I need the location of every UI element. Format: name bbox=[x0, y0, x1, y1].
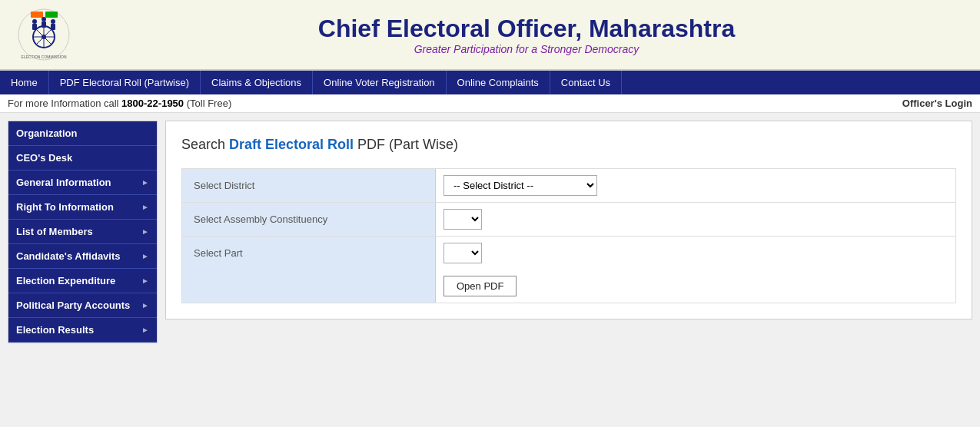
eci-logo: ELECTION COMMISSION bbox=[15, 8, 73, 61]
nav-contact[interactable]: Contact Us bbox=[550, 71, 622, 94]
district-row: Select District -- Select District -- bbox=[181, 168, 956, 203]
page-header: ELECTION COMMISSION Chief Electoral Offi… bbox=[0, 0, 980, 71]
part-label: Select Part bbox=[182, 237, 436, 270]
sidebar-label-organization: Organization bbox=[16, 127, 77, 139]
assembly-select[interactable] bbox=[443, 209, 482, 230]
assembly-input-cell bbox=[436, 203, 955, 236]
main-title: Chief Electoral Officer, Maharashtra bbox=[88, 15, 965, 43]
assembly-row: Select Assembly Constituency bbox=[181, 202, 956, 237]
svg-rect-7 bbox=[31, 12, 43, 18]
nav-claims[interactable]: Claims & Objections bbox=[201, 71, 313, 94]
action-cell: Open PDF bbox=[436, 270, 955, 303]
svg-point-10 bbox=[42, 17, 46, 22]
chevron-right-icon: ► bbox=[141, 276, 149, 285]
action-row: Open PDF bbox=[181, 270, 956, 303]
officer-login-link[interactable]: Officer's Login bbox=[902, 98, 972, 109]
content-area: Search Draft Electoral Roll PDF (Part Wi… bbox=[165, 121, 972, 319]
chevron-right-icon: ► bbox=[141, 252, 149, 260]
chevron-right-icon: ► bbox=[141, 227, 149, 236]
sidebar-item-political-party[interactable]: Political Party Accounts ► bbox=[8, 293, 157, 318]
svg-rect-12 bbox=[32, 24, 37, 30]
sidebar-item-election-expenditure[interactable]: Election Expenditure ► bbox=[8, 269, 157, 293]
chevron-right-icon: ► bbox=[141, 301, 149, 309]
chevron-right-icon: ► bbox=[141, 178, 149, 187]
sidebar: Organization CEO's Desk General Informat… bbox=[8, 121, 158, 343]
phone-number: 1800-22-1950 bbox=[121, 98, 184, 109]
sidebar-item-general-info[interactable]: General Information ► bbox=[8, 170, 157, 195]
navbar: Home PDF Electoral Roll (Partwise) Claim… bbox=[0, 71, 980, 94]
nav-voter-reg[interactable]: Online Voter Registration bbox=[313, 71, 447, 94]
toll-free-label: (Toll Free) bbox=[187, 98, 232, 109]
sidebar-item-organization[interactable]: Organization bbox=[8, 121, 157, 146]
chevron-right-icon: ► bbox=[141, 203, 149, 211]
sidebar-label-election-results: Election Results bbox=[16, 324, 94, 336]
nav-complaints[interactable]: Online Complaints bbox=[447, 71, 550, 94]
sidebar-label-rti: Right To Information bbox=[16, 201, 114, 213]
svg-rect-14 bbox=[51, 24, 55, 30]
svg-text:ELECTION COMMISSION: ELECTION COMMISSION bbox=[21, 55, 67, 59]
assembly-label: Select Assembly Constituency bbox=[182, 203, 436, 236]
info-text: For more Information call 1800-22-1950 (… bbox=[8, 98, 231, 109]
search-title-post: PDF (Part Wise) bbox=[354, 137, 458, 152]
svg-point-11 bbox=[51, 19, 55, 24]
sidebar-label-ceos-desk: CEO's Desk bbox=[16, 152, 72, 164]
sidebar-label-election-expenditure: Election Expenditure bbox=[16, 275, 115, 286]
search-title-highlight: Draft Electoral Roll bbox=[229, 137, 354, 152]
sidebar-label-affidavits: Candidate's Affidavits bbox=[16, 250, 121, 262]
sidebar-label-political-party: Political Party Accounts bbox=[16, 300, 130, 311]
district-select[interactable]: -- Select District -- bbox=[443, 175, 597, 196]
sidebar-item-list-members[interactable]: List of Members ► bbox=[8, 220, 157, 244]
sidebar-label-general-info: General Information bbox=[16, 177, 111, 188]
nav-home[interactable]: Home bbox=[0, 71, 49, 94]
sidebar-item-ceos-desk[interactable]: CEO's Desk bbox=[8, 146, 157, 170]
logo-area: ELECTION COMMISSION bbox=[15, 8, 73, 61]
open-pdf-button[interactable]: Open PDF bbox=[443, 276, 517, 296]
header-text: Chief Electoral Officer, Maharashtra Gre… bbox=[88, 15, 965, 55]
part-select[interactable] bbox=[443, 243, 482, 263]
sidebar-label-list-members: List of Members bbox=[16, 226, 93, 237]
part-row: Select Part bbox=[181, 236, 956, 270]
chevron-right-icon: ► bbox=[141, 326, 149, 334]
sidebar-item-affidavits[interactable]: Candidate's Affidavits ► bbox=[8, 244, 157, 269]
nav-pdf-roll[interactable]: PDF Electoral Roll (Partwise) bbox=[49, 71, 201, 94]
svg-rect-13 bbox=[42, 22, 46, 28]
main-layout: Organization CEO's Desk General Informat… bbox=[0, 113, 980, 351]
search-title-pre: Search bbox=[181, 137, 229, 152]
sidebar-item-rti[interactable]: Right To Information ► bbox=[8, 195, 157, 220]
search-title: Search Draft Electoral Roll PDF (Part Wi… bbox=[181, 137, 956, 153]
svg-point-9 bbox=[32, 19, 37, 24]
info-bar: For more Information call 1800-22-1950 (… bbox=[0, 94, 980, 113]
sidebar-item-election-results[interactable]: Election Results ► bbox=[8, 318, 157, 343]
sub-title: Greater Participation for a Stronger Dem… bbox=[88, 43, 965, 55]
svg-rect-8 bbox=[45, 12, 58, 18]
part-input-cell bbox=[436, 237, 955, 270]
district-input-cell: -- Select District -- bbox=[436, 169, 955, 202]
action-label-spacer bbox=[182, 270, 436, 303]
district-label: Select District bbox=[182, 169, 436, 202]
